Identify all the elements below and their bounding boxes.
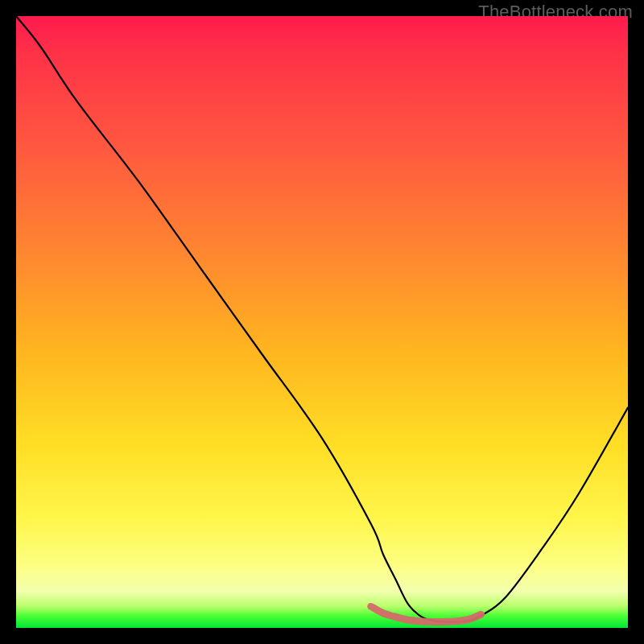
curve-svg [16,16,628,628]
chart-frame: TheBottleneck.com [0,0,644,644]
plot-area [16,16,628,628]
valley-highlight [371,606,481,621]
main-curve [16,16,628,622]
